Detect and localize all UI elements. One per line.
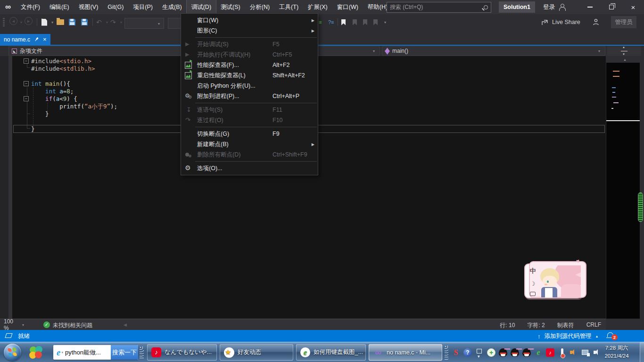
navigate-back-dropdown-icon[interactable]: ▾ [19,17,24,27]
restore-button[interactable] [601,0,622,14]
taskbar-button[interactable]: ♪なんでもないや... [147,344,217,361]
minimize-button[interactable] [579,0,601,14]
menu-item-8[interactable]: 附加到进程(P)...Ctrl+Alt+P [181,91,318,101]
volume-orange-icon[interactable] [570,348,578,357]
hscroll-left-icon[interactable]: ◀ [124,322,127,327]
netease-music-icon[interactable]: ♪ [546,348,554,357]
scroll-up-icon[interactable]: ▲ [606,56,644,63]
add-to-source-control-button[interactable]: ↑ 添加到源代码管理 ▲ [537,332,598,340]
navigate-back-button[interactable]: ◄ [9,17,17,25]
open-file-button[interactable] [57,17,64,27]
taskbar-clock[interactable]: 7:28 周六 2021/4/24 [595,344,638,360]
qq-penguin-icon[interactable] [511,348,519,357]
menu-item-14[interactable]: 新建断点(B)▶ [181,139,318,149]
browser-360e-icon[interactable]: e [534,348,543,357]
menubar-item[interactable]: 项目(P) [128,0,157,14]
feedback-icon[interactable] [592,18,600,26]
member-dropdown[interactable]: main() ▾ [382,46,605,56]
scrollbar-thumb[interactable] [638,192,643,222]
window-restore-icon[interactable] [475,348,484,357]
indicator-margin[interactable] [8,56,12,319]
menubar-item[interactable]: 窗口(W) [332,0,363,14]
moon-icon[interactable]: ☽ [530,280,536,287]
sign-in-button[interactable]: 登录 [543,0,565,14]
toolbar-grip[interactable] [3,18,5,26]
menubar-item[interactable]: 调试(D) [187,0,216,14]
menubar-item[interactable]: 生成(B) [157,0,187,14]
fold-collapse-icon[interactable]: − [24,96,29,101]
toggle-bookmark-button[interactable] [341,17,346,27]
solution-badge[interactable]: Solution1 [499,1,535,13]
eol-indicator[interactable]: CRLF [586,321,601,329]
menu-item-6[interactable]: 重启性能探查器(L)Shift+Alt+F2 [181,70,318,81]
menubar-item[interactable]: 视图(V) [74,0,103,14]
menubar-item[interactable]: 分析(N) [245,0,274,14]
taskbar-search-input[interactable]: python能做... [65,348,111,357]
ime-mode-indicator[interactable]: 中 [530,267,536,275]
selection-margin[interactable] [0,56,8,319]
ime-toolbar-panel[interactable]: ♥ 中 ☽ [524,263,582,298]
menu-item-1[interactable]: 图形(C)▶ [181,25,318,36]
search-submit-button[interactable]: 搜索一下 [111,345,138,360]
fold-collapse-icon[interactable]: − [24,81,29,86]
tab-close-icon[interactable]: × [43,36,47,42]
menubar-item[interactable]: Git(G) [103,0,128,14]
tab-no-name-c[interactable]: no name.c × [0,34,50,45]
redo-dropdown-icon[interactable]: ▾ [119,17,124,27]
live-share-button[interactable]: Live Share [541,17,580,27]
configuration-dropdown[interactable]: ▾ [124,18,164,29]
menubar-item[interactable]: 编辑(E) [45,0,74,14]
minimap[interactable] [606,63,640,319]
menu-item-17[interactable]: 选项(O)... [181,163,318,173]
qq-penguin-icon[interactable] [499,348,507,357]
pin-icon[interactable] [33,36,40,42]
tray-grip[interactable] [445,346,448,360]
show-desktop-button[interactable] [640,342,644,362]
undo-button[interactable]: ↶ [96,17,102,27]
clear-bookmarks-button[interactable] [373,17,378,27]
close-button[interactable]: × [622,0,644,14]
split-editor-button[interactable] [607,46,641,56]
deskband-grip[interactable] [140,346,144,359]
menu-item-5[interactable]: 性能探查器(F)...Alt+F2 [181,60,318,70]
vertical-scrollbar[interactable]: ▲ [606,56,644,319]
network-icon[interactable] [581,348,590,357]
qq-penguin-icon[interactable] [522,348,531,357]
fold-collapse-icon[interactable]: − [24,58,29,64]
toolbar-overflow-icon[interactable]: ▾ [383,17,388,27]
undo-dropdown-icon[interactable]: ▾ [105,17,109,27]
taskbar-search-band[interactable]: e ▾ python能做... 搜索一下 [53,345,138,360]
taskbar-button[interactable]: ∞no name.c - Mi... [369,344,442,361]
search-engine-dropdown-icon[interactable]: ▾ [61,351,63,354]
redo-button[interactable]: ↷ [110,17,116,27]
menubar-item[interactable]: 工具(T) [274,0,303,14]
quick-search-input[interactable]: 搜索 (Ctrl+Q) [387,2,491,13]
thermometer-icon[interactable] [558,348,566,357]
menubar-item[interactable]: 文件(F) [16,0,45,14]
uncomment-lines-icon[interactable]: ?≡ [328,17,334,27]
taskbar-button[interactable]: 好友动态 [220,344,293,361]
new-file-dropdown-icon[interactable]: ▾ [50,17,55,27]
line-indicator[interactable]: 行: 10 [500,321,515,329]
menu-item-0[interactable]: 窗口(W)▶ [181,15,318,25]
360-shield-icon[interactable] [487,348,495,357]
new-file-button[interactable] [41,17,47,27]
next-bookmark-button[interactable] [363,17,367,27]
start-button[interactable] [4,344,21,361]
column-indicator[interactable]: 字符: 2 [527,321,545,329]
help-icon[interactable]: ? [463,348,472,357]
save-button[interactable] [69,17,75,27]
menu-item-7[interactable]: 启动 Python 分析(U)... [181,81,318,91]
navigate-forward-button[interactable]: ► [25,17,33,25]
menubar-item[interactable]: 扩展(X) [303,0,332,14]
pinned-app-icon[interactable] [29,346,43,359]
keyboard-icon[interactable] [530,292,536,296]
previous-bookmark-button[interactable] [353,17,357,27]
taskbar-button[interactable]: e如何用键盘截图_... [296,344,366,361]
notifications-button[interactable]: 2 [607,331,619,341]
zoom-dropdown[interactable]: 100 % ▾ [2,321,28,329]
sogou-input-icon[interactable]: S [452,348,460,357]
menu-item-13[interactable]: 切换断点(G)F9 [181,129,318,139]
comment-lines-icon[interactable]: ≡ [319,17,321,27]
menubar-item[interactable]: 测试(S) [216,0,245,14]
